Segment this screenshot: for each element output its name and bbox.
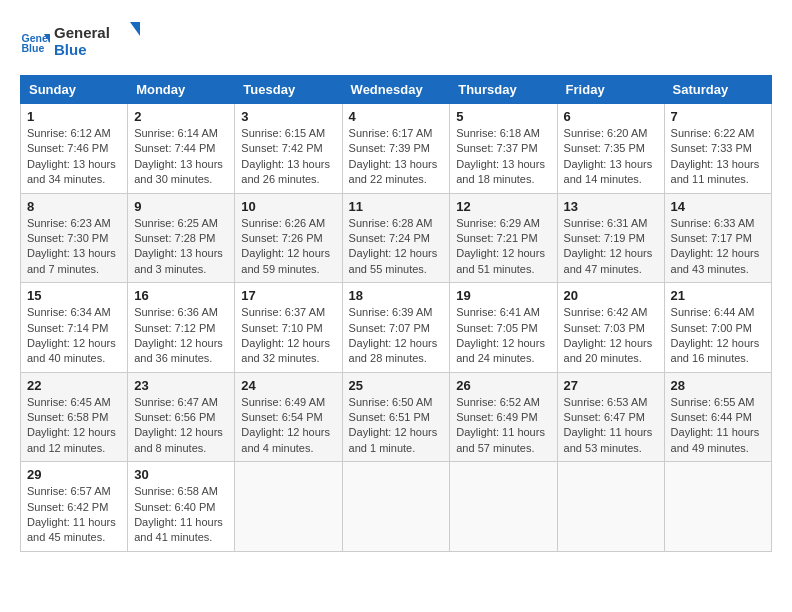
daylight-label: Daylight: 13 hours and 34 minutes. xyxy=(27,158,116,185)
sunrise-label: Sunrise: 6:39 AM xyxy=(349,306,433,318)
daylight-label: Daylight: 12 hours and 16 minutes. xyxy=(671,337,760,364)
sunrise-label: Sunrise: 6:53 AM xyxy=(564,396,648,408)
day-info: Sunrise: 6:22 AM Sunset: 7:33 PM Dayligh… xyxy=(671,126,765,188)
sunset-label: Sunset: 7:30 PM xyxy=(27,232,108,244)
daylight-label: Daylight: 13 hours and 22 minutes. xyxy=(349,158,438,185)
day-number: 13 xyxy=(564,199,658,214)
sunrise-label: Sunrise: 6:47 AM xyxy=(134,396,218,408)
sunset-label: Sunset: 7:05 PM xyxy=(456,322,537,334)
calendar-cell xyxy=(235,462,342,552)
sunset-label: Sunset: 7:19 PM xyxy=(564,232,645,244)
daylight-label: Daylight: 12 hours and 32 minutes. xyxy=(241,337,330,364)
day-number: 25 xyxy=(349,378,444,393)
sunset-label: Sunset: 6:44 PM xyxy=(671,411,752,423)
sunset-label: Sunset: 7:42 PM xyxy=(241,142,322,154)
day-number: 14 xyxy=(671,199,765,214)
calendar-cell: 1 Sunrise: 6:12 AM Sunset: 7:46 PM Dayli… xyxy=(21,104,128,194)
calendar-cell: 14 Sunrise: 6:33 AM Sunset: 7:17 PM Dayl… xyxy=(664,193,771,283)
day-info: Sunrise: 6:44 AM Sunset: 7:00 PM Dayligh… xyxy=(671,305,765,367)
day-info: Sunrise: 6:45 AM Sunset: 6:58 PM Dayligh… xyxy=(27,395,121,457)
daylight-label: Daylight: 12 hours and 40 minutes. xyxy=(27,337,116,364)
daylight-label: Daylight: 12 hours and 20 minutes. xyxy=(564,337,653,364)
sunset-label: Sunset: 7:44 PM xyxy=(134,142,215,154)
day-number: 10 xyxy=(241,199,335,214)
calendar-cell xyxy=(450,462,557,552)
calendar-cell: 19 Sunrise: 6:41 AM Sunset: 7:05 PM Dayl… xyxy=(450,283,557,373)
logo: General Blue General Blue xyxy=(20,20,144,65)
daylight-label: Daylight: 12 hours and 24 minutes. xyxy=(456,337,545,364)
day-info: Sunrise: 6:23 AM Sunset: 7:30 PM Dayligh… xyxy=(27,216,121,278)
sunset-label: Sunset: 7:21 PM xyxy=(456,232,537,244)
calendar-cell xyxy=(557,462,664,552)
svg-text:Blue: Blue xyxy=(54,41,87,58)
day-info: Sunrise: 6:57 AM Sunset: 6:42 PM Dayligh… xyxy=(27,484,121,546)
daylight-label: Daylight: 12 hours and 51 minutes. xyxy=(456,247,545,274)
day-number: 5 xyxy=(456,109,550,124)
calendar-cell: 9 Sunrise: 6:25 AM Sunset: 7:28 PM Dayli… xyxy=(128,193,235,283)
day-number: 8 xyxy=(27,199,121,214)
daylight-label: Daylight: 13 hours and 26 minutes. xyxy=(241,158,330,185)
sunrise-label: Sunrise: 6:55 AM xyxy=(671,396,755,408)
day-number: 4 xyxy=(349,109,444,124)
sunset-label: Sunset: 6:54 PM xyxy=(241,411,322,423)
day-number: 17 xyxy=(241,288,335,303)
calendar-cell: 4 Sunrise: 6:17 AM Sunset: 7:39 PM Dayli… xyxy=(342,104,450,194)
day-info: Sunrise: 6:49 AM Sunset: 6:54 PM Dayligh… xyxy=(241,395,335,457)
sunset-label: Sunset: 6:51 PM xyxy=(349,411,430,423)
day-info: Sunrise: 6:17 AM Sunset: 7:39 PM Dayligh… xyxy=(349,126,444,188)
calendar-table: SundayMondayTuesdayWednesdayThursdayFrid… xyxy=(20,75,772,552)
daylight-label: Daylight: 13 hours and 3 minutes. xyxy=(134,247,223,274)
day-number: 29 xyxy=(27,467,121,482)
sunset-label: Sunset: 7:37 PM xyxy=(456,142,537,154)
header-friday: Friday xyxy=(557,76,664,104)
sunset-label: Sunset: 6:58 PM xyxy=(27,411,108,423)
calendar-cell: 6 Sunrise: 6:20 AM Sunset: 7:35 PM Dayli… xyxy=(557,104,664,194)
day-info: Sunrise: 6:58 AM Sunset: 6:40 PM Dayligh… xyxy=(134,484,228,546)
sunset-label: Sunset: 7:39 PM xyxy=(349,142,430,154)
sunset-label: Sunset: 7:14 PM xyxy=(27,322,108,334)
sunset-label: Sunset: 6:56 PM xyxy=(134,411,215,423)
sunrise-label: Sunrise: 6:34 AM xyxy=(27,306,111,318)
day-info: Sunrise: 6:20 AM Sunset: 7:35 PM Dayligh… xyxy=(564,126,658,188)
day-info: Sunrise: 6:39 AM Sunset: 7:07 PM Dayligh… xyxy=(349,305,444,367)
sunrise-label: Sunrise: 6:58 AM xyxy=(134,485,218,497)
sunset-label: Sunset: 6:47 PM xyxy=(564,411,645,423)
sunrise-label: Sunrise: 6:31 AM xyxy=(564,217,648,229)
daylight-label: Daylight: 12 hours and 8 minutes. xyxy=(134,426,223,453)
day-number: 3 xyxy=(241,109,335,124)
calendar-cell: 22 Sunrise: 6:45 AM Sunset: 6:58 PM Dayl… xyxy=(21,372,128,462)
sunset-label: Sunset: 7:28 PM xyxy=(134,232,215,244)
day-info: Sunrise: 6:26 AM Sunset: 7:26 PM Dayligh… xyxy=(241,216,335,278)
calendar-cell: 15 Sunrise: 6:34 AM Sunset: 7:14 PM Dayl… xyxy=(21,283,128,373)
logo-icon: General Blue xyxy=(20,28,50,58)
day-info: Sunrise: 6:18 AM Sunset: 7:37 PM Dayligh… xyxy=(456,126,550,188)
daylight-label: Daylight: 12 hours and 36 minutes. xyxy=(134,337,223,364)
sunset-label: Sunset: 7:17 PM xyxy=(671,232,752,244)
sunrise-label: Sunrise: 6:57 AM xyxy=(27,485,111,497)
day-number: 6 xyxy=(564,109,658,124)
daylight-label: Daylight: 12 hours and 4 minutes. xyxy=(241,426,330,453)
day-number: 20 xyxy=(564,288,658,303)
sunset-label: Sunset: 7:24 PM xyxy=(349,232,430,244)
day-number: 24 xyxy=(241,378,335,393)
calendar-cell: 29 Sunrise: 6:57 AM Sunset: 6:42 PM Dayl… xyxy=(21,462,128,552)
day-info: Sunrise: 6:33 AM Sunset: 7:17 PM Dayligh… xyxy=(671,216,765,278)
day-info: Sunrise: 6:42 AM Sunset: 7:03 PM Dayligh… xyxy=(564,305,658,367)
header-thursday: Thursday xyxy=(450,76,557,104)
calendar-cell: 21 Sunrise: 6:44 AM Sunset: 7:00 PM Dayl… xyxy=(664,283,771,373)
calendar-cell: 16 Sunrise: 6:36 AM Sunset: 7:12 PM Dayl… xyxy=(128,283,235,373)
sunrise-label: Sunrise: 6:29 AM xyxy=(456,217,540,229)
day-info: Sunrise: 6:15 AM Sunset: 7:42 PM Dayligh… xyxy=(241,126,335,188)
day-info: Sunrise: 6:52 AM Sunset: 6:49 PM Dayligh… xyxy=(456,395,550,457)
daylight-label: Daylight: 12 hours and 12 minutes. xyxy=(27,426,116,453)
svg-marker-5 xyxy=(130,22,140,36)
calendar-cell: 18 Sunrise: 6:39 AM Sunset: 7:07 PM Dayl… xyxy=(342,283,450,373)
calendar-cell: 17 Sunrise: 6:37 AM Sunset: 7:10 PM Dayl… xyxy=(235,283,342,373)
day-info: Sunrise: 6:47 AM Sunset: 6:56 PM Dayligh… xyxy=(134,395,228,457)
daylight-label: Daylight: 11 hours and 53 minutes. xyxy=(564,426,653,453)
calendar-cell: 3 Sunrise: 6:15 AM Sunset: 7:42 PM Dayli… xyxy=(235,104,342,194)
calendar-cell: 27 Sunrise: 6:53 AM Sunset: 6:47 PM Dayl… xyxy=(557,372,664,462)
sunrise-label: Sunrise: 6:22 AM xyxy=(671,127,755,139)
svg-text:General: General xyxy=(54,24,110,41)
general-blue-logo: General Blue xyxy=(54,20,144,65)
